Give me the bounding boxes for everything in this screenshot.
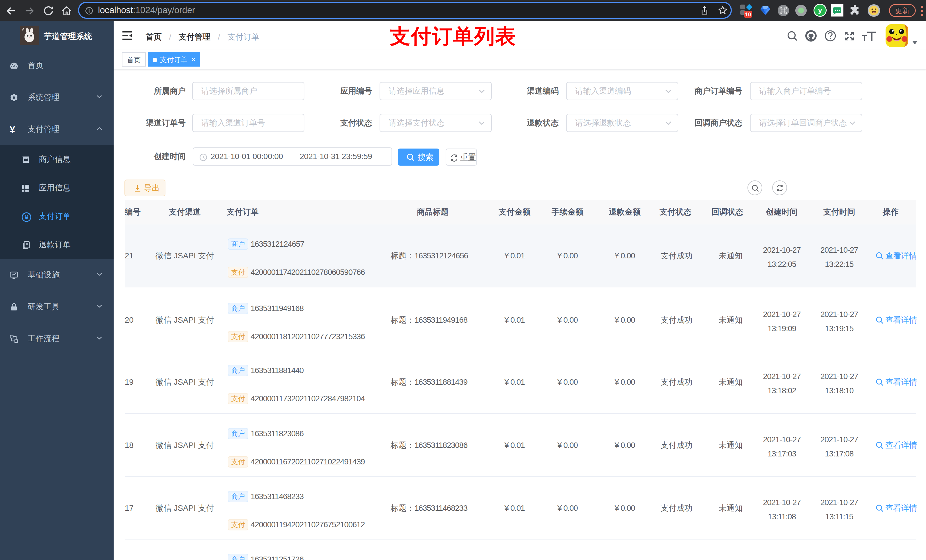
svg-text:y: y — [818, 6, 822, 15]
svg-text:10: 10 — [745, 11, 751, 17]
svg-text:¥: ¥ — [25, 214, 28, 220]
